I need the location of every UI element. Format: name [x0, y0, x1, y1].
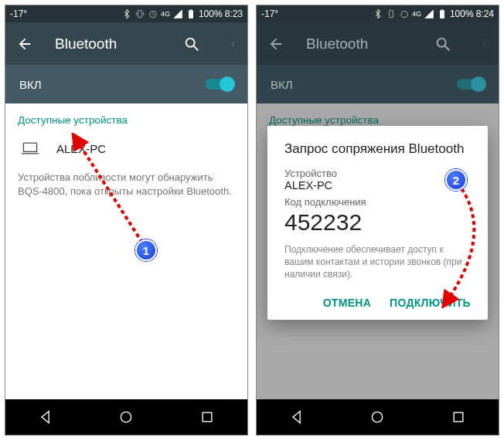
- battery-icon: [186, 8, 196, 19]
- svg-point-37: [484, 43, 485, 44]
- annotation-bubble-1: 1: [135, 239, 157, 261]
- nav-bar: [257, 399, 499, 435]
- content-area: Доступные устройства ALEX-PC Устройства …: [5, 103, 247, 399]
- svg-rect-33: [441, 9, 443, 10]
- annotation-bubble-2: 2: [445, 169, 467, 191]
- svg-point-19: [233, 45, 233, 46]
- cancel-button[interactable]: ОТМЕНА: [323, 297, 371, 309]
- pair-button[interactable]: ПОДКЛЮЧИТЬ: [390, 297, 471, 309]
- network-label: 4G: [161, 10, 170, 18]
- nav-back-icon[interactable]: [289, 409, 305, 425]
- toggle-switch: [457, 79, 485, 90]
- search-icon[interactable]: [434, 36, 451, 53]
- battery-icon: [437, 8, 448, 19]
- battery-percent: 100%: [450, 8, 474, 19]
- temperature: -17°: [10, 8, 27, 19]
- alarm-icon: [148, 8, 158, 19]
- svg-rect-32: [440, 10, 444, 18]
- vibrate-icon: [135, 8, 145, 19]
- bluetooth-icon: [121, 8, 132, 19]
- section-available-devices: Доступные устройства: [18, 114, 235, 126]
- svg-point-17: [233, 42, 233, 42]
- nav-recent-icon[interactable]: [451, 409, 466, 425]
- dialog-hint: Подключение обеспечивает доступ к вашим …: [284, 243, 471, 281]
- svg-point-38: [484, 45, 485, 46]
- clock: 8:23: [225, 8, 243, 19]
- page-title: Bluetooth: [55, 36, 162, 53]
- device-name: ALEX-PC: [56, 142, 106, 155]
- nav-home-icon[interactable]: [369, 409, 385, 425]
- toggle-switch[interactable]: [206, 79, 233, 90]
- nav-back-icon[interactable]: [38, 409, 53, 425]
- network-label: 4G: [412, 10, 421, 18]
- svg-point-34: [438, 38, 446, 46]
- svg-rect-13: [189, 10, 193, 18]
- dialog-code-label: Код подключения: [284, 196, 471, 208]
- svg-rect-9: [138, 10, 142, 17]
- phone-screen-2: -17° 4G 100% 8:24 Bluetooth ВКЛ Доступны…: [256, 5, 499, 436]
- bluetooth-toggle-row[interactable]: ВКЛ: [5, 65, 247, 103]
- svg-rect-20: [23, 143, 36, 151]
- vibrate-icon: [386, 8, 397, 19]
- nav-home-icon[interactable]: [118, 409, 134, 425]
- temperature: -17°: [261, 8, 278, 19]
- svg-rect-30: [390, 10, 393, 17]
- section-available-devices: Доступные устройства: [269, 114, 486, 126]
- dialog-title: Запрос сопряжения Bluetooth: [284, 141, 471, 157]
- back-icon[interactable]: [16, 36, 33, 53]
- alarm-icon: [399, 8, 410, 19]
- pairing-code: 452232: [284, 209, 471, 236]
- app-bar: Bluetooth: [257, 22, 499, 65]
- page-title: Bluetooth: [306, 36, 413, 53]
- battery-percent: 100%: [199, 8, 223, 19]
- overflow-menu-icon[interactable]: [233, 36, 237, 53]
- bluetooth-icon: [373, 8, 383, 19]
- pairing-dialog: Запрос сопряжения Bluetooth Устройство A…: [267, 126, 488, 320]
- svg-point-23: [121, 412, 131, 422]
- svg-line-35: [445, 46, 450, 50]
- svg-point-31: [401, 12, 407, 18]
- svg-point-18: [233, 43, 233, 44]
- laptop-icon: [21, 141, 39, 155]
- nav-bar: [5, 399, 247, 435]
- status-bar: -17° 4G 100% 8:24: [257, 5, 499, 22]
- toggle-label: ВКЛ: [19, 78, 42, 91]
- svg-point-15: [186, 38, 195, 46]
- status-bar: -17° 4G 100% 8:23: [5, 5, 247, 22]
- svg-rect-40: [454, 412, 463, 422]
- nav-recent-icon[interactable]: [199, 409, 215, 425]
- svg-point-39: [373, 412, 383, 422]
- app-bar: Bluetooth: [5, 22, 247, 65]
- search-icon[interactable]: [183, 36, 200, 53]
- toggle-label: ВКЛ: [271, 78, 293, 91]
- device-row[interactable]: ALEX-PC: [18, 137, 235, 168]
- svg-point-36: [484, 42, 485, 42]
- svg-rect-14: [190, 9, 192, 10]
- dialog-device-label: Устройство: [284, 168, 471, 179]
- visibility-hint: Устройства поблизости могут обнаружить B…: [18, 171, 235, 198]
- back-icon[interactable]: [267, 36, 284, 53]
- dialog-actions: ОТМЕНА ПОДКЛЮЧИТЬ: [284, 292, 471, 312]
- clock: 8:24: [476, 8, 494, 19]
- bluetooth-toggle-row: ВКЛ: [257, 65, 499, 103]
- overflow-menu-icon[interactable]: [484, 36, 488, 53]
- signal-icon: [172, 8, 183, 19]
- svg-line-16: [194, 46, 199, 50]
- dialog-device-name: ALEX-PC: [284, 179, 471, 192]
- svg-rect-24: [203, 412, 212, 422]
- phone-screen-1: -17° 4G 100% 8:23 Bluetooth ВКЛ Доступны…: [5, 5, 248, 436]
- signal-icon: [424, 8, 434, 19]
